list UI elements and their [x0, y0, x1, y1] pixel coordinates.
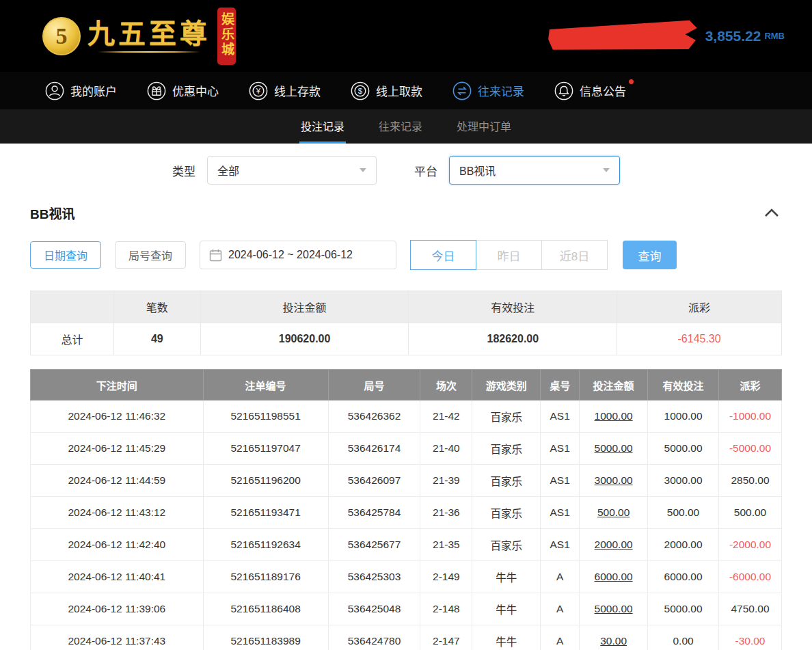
cell-bet-time: 2024-06-12 11:40:41 — [31, 561, 204, 593]
cell-session: 21-36 — [420, 497, 472, 529]
summary-header-empty — [31, 291, 114, 323]
cell-bet-time: 2024-06-12 11:42:40 — [31, 529, 204, 561]
nav-label: 信息公告 — [580, 82, 626, 99]
cell-bet-id: 521651197047 — [203, 433, 328, 465]
cell-session: 2-148 — [420, 593, 472, 625]
nav-label: 线上存款 — [274, 82, 321, 99]
cell-bet-time: 2024-06-12 11:43:12 — [31, 497, 204, 529]
cell-bet-amount-link[interactable]: 30.00 — [580, 625, 648, 650]
cell-payout: 500.00 — [719, 497, 782, 529]
logo-text: 九五至尊 — [87, 20, 211, 49]
nav-item-transaction-records[interactable]: 往来记录 — [452, 81, 524, 100]
date-range-input[interactable]: 2024-06-12 ~ 2024-06-12 — [200, 241, 396, 269]
cell-payout: -1000.00 — [719, 401, 782, 433]
cell-round-no: 536426174 — [328, 433, 420, 465]
table-row: 2024-06-12 11:46:32 521651198551 5364263… — [31, 401, 782, 433]
detail-table: 下注时间 注单编号 局号 场次 游戏类别 桌号 投注金额 有效投注 派彩 202… — [30, 369, 782, 650]
top-header: 5 九五至尊 娱乐城 3,855.22 RMB — [0, 0, 812, 72]
cell-round-no: 536425048 — [328, 593, 420, 625]
cell-session: 21-39 — [420, 465, 472, 497]
cell-payout: 4750.00 — [719, 593, 782, 625]
cell-round-no: 536425784 — [328, 497, 420, 529]
deposit-coin-icon: ¥ — [249, 81, 268, 100]
cell-game-type: 百家乐 — [472, 401, 541, 433]
summary-total-row: 总计 49 190620.00 182620.00 -6145.30 — [31, 323, 782, 355]
date-query-button[interactable]: 日期查询 — [30, 241, 101, 269]
cell-bet-time: 2024-06-12 11:45:29 — [31, 433, 204, 465]
cell-round-no: 536425303 — [328, 561, 420, 593]
nav-item-online-withdrawal[interactable]: $ 线上取款 — [351, 81, 422, 100]
tab-processing-orders[interactable]: 处理中订单 — [455, 109, 513, 144]
nav-item-promotions[interactable]: 优惠中心 — [147, 81, 219, 100]
nav-item-announcements[interactable]: 信息公告 — [554, 81, 626, 100]
nav-item-online-deposit[interactable]: ¥ 线上存款 — [249, 81, 321, 100]
summary-header-count: 笔数 — [113, 291, 200, 323]
cell-game-type: 百家乐 — [472, 433, 541, 465]
table-row: 2024-06-12 11:42:40 521651192634 5364256… — [31, 529, 782, 561]
chevron-down-icon — [360, 168, 366, 172]
search-button[interactable]: 查询 — [623, 241, 677, 269]
cell-table-no: AS1 — [541, 401, 580, 433]
summary-bet-amount-value: 190620.00 — [200, 323, 409, 355]
tab-transaction-records[interactable]: 往来记录 — [377, 109, 424, 144]
cell-payout: -30.00 — [719, 625, 782, 650]
summary-count-value: 49 — [113, 323, 200, 355]
today-button[interactable]: 今日 — [410, 240, 476, 270]
cell-bet-amount-link[interactable]: 500.00 — [580, 497, 648, 529]
cell-game-type: 牛牛 — [472, 625, 541, 650]
nav-label: 往来记录 — [478, 82, 524, 99]
cell-bet-amount-link[interactable]: 5000.00 — [580, 433, 648, 465]
cell-bet-amount-link[interactable]: 3000.00 — [580, 465, 648, 497]
nav-label: 优惠中心 — [172, 82, 219, 99]
header-table-no: 桌号 — [541, 370, 580, 401]
cell-valid-bet: 2000.00 — [648, 529, 719, 561]
nav-label: 线上取款 — [376, 82, 422, 99]
records-subnav: 投注记录 往来记录 处理中订单 — [0, 109, 812, 144]
cell-game-type: 百家乐 — [472, 529, 541, 561]
cell-payout: 2850.00 — [719, 465, 782, 497]
cell-valid-bet: 5000.00 — [648, 593, 719, 625]
header-bet-amount: 投注金额 — [580, 370, 648, 401]
cell-game-type: 牛牛 — [472, 561, 541, 593]
cell-bet-time: 2024-06-12 11:37:43 — [31, 625, 204, 650]
cell-bet-id: 521651189176 — [203, 561, 328, 593]
date-range-value: 2024-06-12 ~ 2024-06-12 — [228, 249, 353, 261]
collapse-section-button[interactable] — [761, 206, 782, 220]
header-bet-time: 下注时间 — [31, 370, 204, 401]
tab-betting-records[interactable]: 投注记录 — [299, 109, 346, 144]
cell-valid-bet: 500.00 — [648, 497, 719, 529]
balance-area: 3,855.22 RMB — [548, 21, 785, 51]
currency-label: RMB — [764, 31, 785, 41]
cell-bet-id: 521651193471 — [203, 497, 328, 529]
gift-icon — [147, 81, 166, 100]
cell-table-no: A — [541, 561, 580, 593]
table-row: 2024-06-12 11:43:12 521651193471 5364257… — [31, 497, 782, 529]
cell-bet-amount-link[interactable]: 1000.00 — [580, 401, 648, 433]
table-row: 2024-06-12 11:39:06 521651186408 5364250… — [31, 593, 782, 625]
site-logo[interactable]: 5 九五至尊 娱乐城 — [42, 8, 236, 65]
header-payout: 派彩 — [719, 370, 782, 401]
round-query-button[interactable]: 局号查询 — [115, 241, 186, 269]
type-select-value: 全部 — [217, 162, 239, 178]
cell-valid-bet: 1000.00 — [648, 401, 719, 433]
type-select[interactable]: 全部 — [207, 156, 377, 185]
header-session: 场次 — [420, 370, 472, 401]
cell-session: 21-35 — [420, 529, 472, 561]
cell-session: 21-40 — [420, 433, 472, 465]
yesterday-button[interactable]: 昨日 — [476, 240, 542, 270]
cell-bet-amount-link[interactable]: 6000.00 — [580, 561, 648, 593]
type-filter-label: 类型 — [172, 162, 195, 179]
table-row: 2024-06-12 11:37:43 521651183989 5364247… — [31, 625, 782, 650]
cell-bet-id: 521651183989 — [203, 625, 328, 650]
cell-bet-amount-link[interactable]: 5000.00 — [580, 593, 648, 625]
summary-header-bet-amount: 投注金额 — [200, 291, 409, 323]
cell-table-no: A — [541, 625, 580, 650]
nav-label: 我的账户 — [70, 82, 117, 99]
cell-round-no: 536424780 — [328, 625, 420, 650]
svg-text:$: $ — [358, 87, 363, 95]
nav-item-my-account[interactable]: 我的账户 — [45, 81, 117, 100]
cell-bet-id: 521651186408 — [203, 593, 328, 625]
platform-select[interactable]: BB视讯 — [449, 156, 620, 185]
last-8-days-button[interactable]: 近8日 — [541, 240, 608, 270]
cell-bet-amount-link[interactable]: 2000.00 — [580, 529, 648, 561]
